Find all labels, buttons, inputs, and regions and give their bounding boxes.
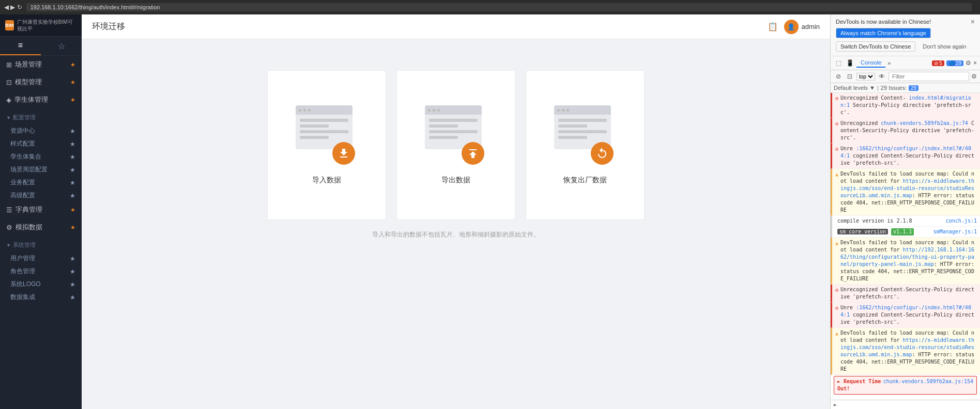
devtools-notification: DevTools is now available in Chinese! × … xyxy=(831,14,980,56)
import-card[interactable]: 导入数据 xyxy=(267,70,386,220)
sidebar-star-sys-logo[interactable]: ★ xyxy=(70,281,75,288)
console-link-6[interactable]: http://192.168.1.164:1662/thing/configur… xyxy=(840,247,974,267)
devtools-close-button[interactable]: × xyxy=(971,18,975,26)
eye-icon[interactable]: 👁 xyxy=(877,72,886,81)
sidebar-item-user-mgmt[interactable]: 用户管理 ★ xyxy=(0,251,82,264)
timeout-text: ► Request TimeOut! xyxy=(837,378,881,392)
sidebar-item-model-mgmt[interactable]: ⊡ 模型管理 ★ xyxy=(0,73,82,91)
sidebar-item-resource-center[interactable]: 资源中心 ★ xyxy=(0,123,82,136)
console-filter-input[interactable] xyxy=(889,72,969,81)
sidebar-item-biz-config[interactable]: 业务配置 ★ xyxy=(0,175,82,188)
error-count-badge: ⊘ 5 xyxy=(932,60,944,66)
devtools-notif-buttons: Always match Chrome's language Switch De… xyxy=(836,28,975,52)
sidebar-star-role-mgmt[interactable]: ★ xyxy=(70,268,75,275)
console-entry-timeout: ► Request TimeOut! chunk-vendors.509fb2a… xyxy=(834,376,977,395)
import-icon-wrapper xyxy=(296,105,358,167)
sidebar-star-student-mgmt[interactable]: ★ xyxy=(70,97,75,103)
device-icon[interactable]: 📱 xyxy=(845,58,854,68)
sm-version-badge: v1.1.1 xyxy=(891,228,914,235)
console-link-5[interactable]: smManager.js:1 xyxy=(933,228,977,235)
issues-separator: | xyxy=(877,85,879,91)
console-settings-icon[interactable]: ⚙ xyxy=(971,73,977,80)
sidebar-item-scene-mgmt-label: 场景管理 xyxy=(15,60,42,69)
doc-icon[interactable]: 📋 xyxy=(768,22,778,32)
restore-card[interactable]: 恢复出厂数据 xyxy=(526,70,645,220)
sidebar-tab-star[interactable]: ☆ xyxy=(41,37,82,55)
sidebar-tab-menu[interactable]: ≡ xyxy=(0,37,41,55)
always-match-button[interactable]: Always match Chrome's language xyxy=(836,28,931,38)
error-icon-2: ⊘ xyxy=(835,146,838,153)
issues-badge[interactable]: 29 xyxy=(909,85,918,91)
console-tab[interactable]: Console xyxy=(856,58,885,68)
console-link-1[interactable]: chunk-vendors.509fb2aa.js:74 xyxy=(881,120,968,126)
user-info[interactable]: 👤 admin xyxy=(784,20,820,34)
console-link-0[interactable]: index.html#/migration:1 xyxy=(840,95,971,108)
sidebar-item-student-integration[interactable]: 孪生体集合 ★ xyxy=(0,149,82,162)
console-link-8[interactable]: :1662/thing/configur-/index.html?#/404:1 xyxy=(840,305,971,318)
sidebar-star-resource-center[interactable]: ★ xyxy=(70,128,75,135)
sidebar-item-advanced-config[interactable]: 高级配置 ★ xyxy=(0,188,82,201)
default-levels-label[interactable]: Default levels ▼ xyxy=(834,85,875,91)
sidebar-item-dict-mgmt[interactable]: ☰ 字典管理 ★ xyxy=(0,201,82,218)
user-avatar: 👤 xyxy=(784,20,799,34)
clear-console-icon[interactable]: ⊘ xyxy=(834,72,843,81)
sidebar-star-student-integration[interactable]: ★ xyxy=(70,153,75,161)
sim-icon: ⚙ xyxy=(6,224,12,231)
restore-icon-wrapper xyxy=(554,105,616,167)
sidebar-star-dict-mgmt[interactable]: ★ xyxy=(70,207,75,213)
filter-icon[interactable]: ⊡ xyxy=(845,72,854,81)
error-icon-8: ⊘ xyxy=(835,305,838,312)
console-text-1: Unrecognized chunk-vendors.509fb2aa.js:7… xyxy=(840,120,977,141)
sidebar-star-model-mgmt[interactable]: ★ xyxy=(70,79,75,86)
switch-devtools-button[interactable]: Switch DevTools to Chinese xyxy=(836,41,915,52)
sidebar-item-scene-layout[interactable]: 场景周层配置 ★ xyxy=(0,162,82,175)
sidebar-star-biz-config[interactable]: ★ xyxy=(70,179,75,186)
console-link-9[interactable]: https://x-middleware.thingjs.com/sso/end… xyxy=(840,337,974,357)
console-link-2[interactable]: :1662/thing/configur-/index.html?#/404:1 xyxy=(840,146,971,159)
devtools-toolbar: ⬚ 📱 Console » ⊘ 5 🔵 29 ⚙ × xyxy=(831,56,980,70)
logo-icon: BIM xyxy=(5,20,14,30)
console-prompt[interactable]: ► xyxy=(834,402,837,407)
url-bar[interactable]: 192.168.1.10:1662/thing/auth/index.html#… xyxy=(26,3,972,11)
sidebar-item-role-mgmt-label: 角色管理 xyxy=(10,267,35,276)
context-select[interactable]: top xyxy=(856,73,875,81)
export-card[interactable]: 导出数据 xyxy=(396,70,515,220)
more-tabs[interactable]: » xyxy=(887,60,891,66)
sidebar-star-scene-mgmt[interactable]: ★ xyxy=(70,61,75,68)
console-link-3[interactable]: https://x-middleware.thingjs.com/sso/end… xyxy=(840,178,974,198)
devtools-notif-text: DevTools is now available in Chinese! xyxy=(836,19,931,25)
error-icon-7: ⊘ xyxy=(835,287,838,294)
export-icon-wrapper xyxy=(425,105,487,167)
sidebar-star-advanced-config[interactable]: ★ xyxy=(70,192,75,199)
page-title: 环境迁移 xyxy=(92,21,125,32)
sidebar-star-style-config[interactable]: ★ xyxy=(70,140,75,148)
sidebar-item-role-mgmt[interactable]: 角色管理 ★ xyxy=(0,264,82,277)
console-link-4[interactable]: conch.js:1 xyxy=(946,217,977,225)
sidebar-item-style-config[interactable]: 样式配置 ★ xyxy=(0,136,82,149)
sidebar-item-data-integration[interactable]: 数据集成 ★ xyxy=(0,290,82,303)
header-right: 📋 👤 admin xyxy=(768,20,820,34)
sidebar-item-student-mgmt[interactable]: ◈ 孪生体管理 ★ xyxy=(0,91,82,108)
sidebar: BIM 广州康普实验学校BIM可视比平 ≡ ☆ ⊞ 场景管理 ★ ⊡ 模型管理 … xyxy=(0,14,82,409)
sidebar-item-sys-logo[interactable]: 系统LOGO ★ xyxy=(0,277,82,290)
devtools-levels-bar: Default levels ▼ | 29 Issues: 29 xyxy=(831,83,980,93)
sidebar-item-sim-data[interactable]: ⚙ 模拟数据 ★ xyxy=(0,218,82,236)
console-text-8: Unre :1662/thing/configur-/index.html?#/… xyxy=(840,304,977,326)
close-devtools-icon[interactable]: × xyxy=(973,59,977,67)
console-entry-1: ⊘ Unrecognized chunk-vendors.509fb2aa.js… xyxy=(831,118,980,144)
sidebar-star-scene-layout[interactable]: ★ xyxy=(70,166,75,174)
sidebar-item-sim-data-label: 模拟数据 xyxy=(16,223,42,232)
console-text-2: Unre :1662/thing/configur-/index.html?#/… xyxy=(840,145,977,167)
console-text-9: DevTools failed to load source map: Coul… xyxy=(840,329,977,373)
sidebar-star-user-mgmt[interactable]: ★ xyxy=(70,255,75,262)
sys-arrow: ▼ xyxy=(6,243,11,248)
restore-action-icon xyxy=(591,142,614,165)
inspect-icon[interactable]: ⬚ xyxy=(834,58,843,68)
sidebar-item-model-mgmt-label: 模型管理 xyxy=(15,77,42,87)
timeout-link[interactable]: chunk-vendors.509fb2aa.js:154 xyxy=(883,378,973,385)
sidebar-star-data-integration[interactable]: ★ xyxy=(70,294,75,301)
dont-show-again-button[interactable]: Don't show again xyxy=(918,42,970,51)
settings-icon[interactable]: ⚙ xyxy=(966,59,971,67)
sidebar-star-sim-data[interactable]: ★ xyxy=(70,224,75,231)
sidebar-item-scene-mgmt[interactable]: ⊞ 场景管理 ★ xyxy=(0,56,82,73)
